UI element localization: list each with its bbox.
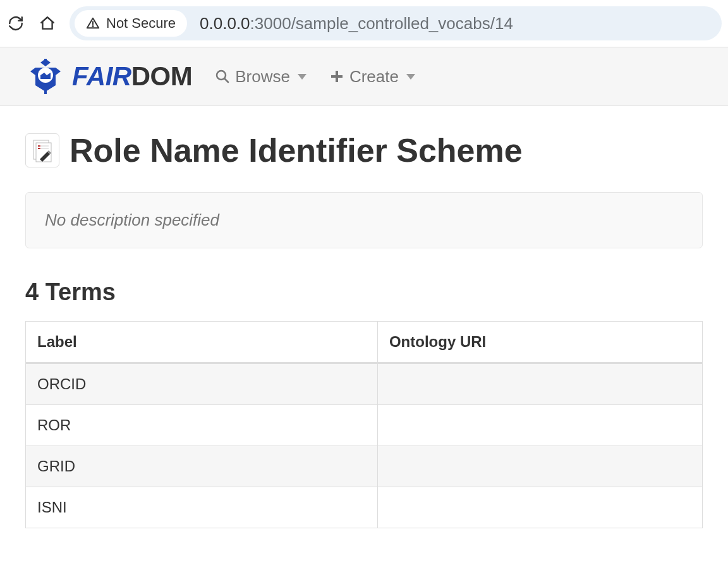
security-status-pill[interactable]: Not Secure (75, 10, 187, 37)
brand-logo[interactable]: FAIRDOM (25, 56, 192, 97)
search-icon (215, 69, 230, 84)
home-button[interactable] (38, 14, 57, 33)
table-header-row: Label Ontology URI (26, 322, 703, 363)
vocab-icon (25, 133, 59, 167)
chevron-down-icon (298, 74, 306, 80)
app-navbar: FAIRDOM Browse Create (0, 47, 728, 106)
cell-label: ROR (26, 405, 378, 446)
cell-ontology-uri (377, 446, 702, 487)
cell-ontology-uri (377, 405, 702, 446)
svg-rect-12 (38, 148, 40, 149)
description-panel: No description specified (25, 192, 703, 248)
table-row: ROR (26, 405, 703, 446)
table-row: GRID (26, 446, 703, 487)
cell-label: ISNI (26, 487, 378, 528)
svg-rect-4 (44, 88, 47, 94)
main-content: Role Name Identifier Scheme No descripti… (0, 106, 728, 554)
reload-button[interactable] (6, 14, 25, 33)
plus-icon (329, 69, 344, 84)
cell-ontology-uri (377, 487, 702, 528)
svg-rect-8 (331, 75, 343, 78)
chevron-down-icon (406, 74, 415, 80)
terms-table: Label Ontology URI ORCID ROR GRID ISNI (25, 321, 703, 528)
warning-icon (86, 16, 100, 30)
table-row: ISNI (26, 487, 703, 528)
table-row: ORCID (26, 363, 703, 405)
create-menu[interactable]: Create (329, 67, 415, 87)
svg-point-1 (92, 26, 93, 27)
svg-rect-11 (38, 145, 40, 147)
url-path: :3000/sample_controlled_vocabs/14 (250, 14, 513, 33)
terms-heading: 4 Terms (25, 279, 703, 306)
svg-rect-2 (44, 59, 47, 65)
page-title-row: Role Name Identifier Scheme (25, 131, 703, 169)
browse-label: Browse (235, 67, 290, 87)
cell-label: ORCID (26, 363, 378, 405)
cell-ontology-uri (377, 363, 702, 405)
url-text: 0.0.0.0:3000/sample_controlled_vocabs/14 (200, 14, 513, 33)
description-placeholder: No description specified (45, 210, 219, 229)
create-label: Create (349, 67, 399, 87)
cell-label: GRID (26, 446, 378, 487)
url-host: 0.0.0.0 (200, 14, 250, 33)
logo-text: FAIRDOM (72, 61, 192, 92)
address-bar[interactable]: Not Secure 0.0.0.0:3000/sample_controlle… (70, 6, 722, 40)
page-title: Role Name Identifier Scheme (70, 131, 523, 169)
svg-line-6 (224, 78, 228, 82)
table-header-ontology-uri: Ontology URI (377, 322, 702, 363)
browser-toolbar: Not Secure 0.0.0.0:3000/sample_controlle… (0, 0, 728, 47)
table-header-label: Label (26, 322, 378, 363)
logo-icon (25, 56, 66, 97)
browse-menu[interactable]: Browse (215, 67, 306, 87)
security-status-label: Not Secure (106, 15, 176, 32)
